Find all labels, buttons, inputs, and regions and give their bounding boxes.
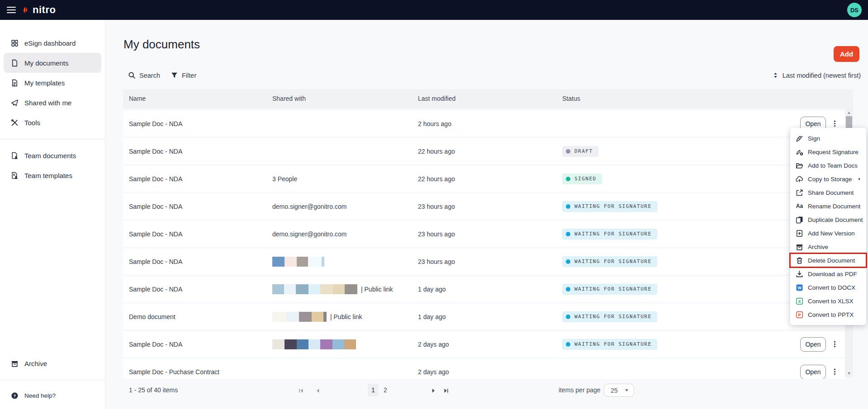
filter-icon [171,71,178,79]
next-page-icon[interactable] [430,387,437,394]
sidebar: eSign dashboardMy documentsMy templatesS… [0,20,105,409]
folder-open-icon [796,162,803,169]
table-row[interactable]: Sample Doc - NDA| Public link1 day agoWA… [123,276,845,302]
svg-text:?: ? [14,393,16,398]
menu-item-share-document[interactable]: Share Document [790,186,866,199]
table-row[interactable]: Sample Doc - NDA3 People22 hours agoSIGN… [123,166,845,192]
sidebar-item-archive[interactable]: Archive [4,353,101,373]
menu-item-label: Convert to XLSX [808,298,854,305]
table-row[interactable]: Sample Doc - Puchase Contract2 days agoO… [123,359,845,379]
filter-control[interactable]: Filter [171,71,196,79]
scroll-up-icon[interactable]: ▲ [845,109,853,116]
page-number-2[interactable]: 2 [380,384,391,396]
menu-item-delete-document[interactable]: Delete Document [790,254,866,267]
sidebar-divider [0,380,105,380]
shared-avatar [272,284,284,294]
sidebar-item-my-templates[interactable]: My templates [4,73,101,93]
menu-item-convert-to-pptx[interactable]: PConvert to PPTX [790,308,866,321]
menu-item-label: Download as PDF [808,271,857,277]
last-modified-cell: 23 hours ago [418,249,455,274]
open-button[interactable]: Open [800,337,826,352]
sidebar-item-label: Team templates [24,172,72,179]
last-modified-cell: 2 hours ago [418,111,451,136]
sidebar-item-label: Tools [24,119,40,127]
menu-item-convert-to-docx[interactable]: WConvert to DOCX [790,281,866,294]
last-modified-cell: 2 days ago [418,359,449,379]
sidebar-item-shared-with-me[interactable]: Shared with me [4,93,101,113]
sign-icon [796,135,803,142]
shared-avatar [333,284,345,294]
help-icon: ? [11,392,19,400]
previous-page-icon[interactable] [314,387,321,394]
status-label: WAITING FOR SIGNATURE [574,341,652,347]
table-row[interactable]: Sample Doc - NDA22 hours agoDRAFT [123,138,845,164]
status-badge: WAITING FOR SIGNATURE [562,339,657,350]
first-page-icon[interactable] [297,387,304,394]
menu-item-add-to-team-docs[interactable]: Add to Team Docs [790,159,866,172]
last-page-icon[interactable] [442,387,450,394]
status-badge: SIGNED [562,174,602,184]
column-header-status: Status [562,95,580,102]
hamburger-menu-icon[interactable] [7,7,16,13]
add-button[interactable]: Add [834,46,859,62]
open-button[interactable]: Open [800,365,826,379]
sidebar-item-need-help[interactable]: ?Need help? [4,386,101,404]
menu-item-archive[interactable]: Archive [790,240,866,254]
shared-avatar [344,339,356,349]
shared-avatar [297,257,308,267]
status-cell: WAITING FOR SIGNATURE [562,221,657,247]
sidebar-item-team-documents[interactable]: Team documents [4,146,101,165]
menu-item-add-new-version[interactable]: Add New Version [790,226,866,240]
table-row[interactable]: Sample Doc - NDA2 hours agoOpen [123,111,845,136]
shared-with-cell: demo.signer@gonitro.com [272,193,346,219]
kebab-menu-icon[interactable] [831,365,838,379]
sort-control[interactable]: Last modified (newest first) [772,71,861,79]
column-header-last-modified: Last modified [418,95,455,102]
table-row[interactable]: Sample Doc - NDAdemo.signer@gonitro.com2… [123,193,845,219]
last-modified-cell: 1 day ago [418,304,446,329]
sidebar-item-esign-dashboard[interactable]: eSign dashboard [4,33,101,53]
status-dot-icon [566,232,570,236]
pagination-bar: 1 - 25 of 40 items 12 items per page 25 [105,380,868,402]
shared-avatar [308,257,322,267]
document-name: Sample Doc - NDA [129,249,182,274]
shared-with-cell [272,331,356,357]
menu-item-convert-to-xlsx[interactable]: XConvert to XLSX [790,294,866,308]
shared-avatar [272,312,286,322]
search-control[interactable]: Search [128,71,160,79]
shared-avatar [284,284,296,294]
user-avatar[interactable]: DS [847,3,862,17]
status-cell: WAITING FOR SIGNATURE [562,331,657,357]
table-row[interactable]: Sample Doc - NDA23 hours agoWAITING FOR … [123,249,845,274]
sidebar-item-tools[interactable]: Tools [4,113,101,132]
items-per-page-select[interactable]: 25 [604,384,634,397]
sidebar-item-team-templates[interactable]: Team templates [4,165,101,185]
last-modified-cell: 23 hours ago [418,193,455,219]
shared-avatar [323,312,327,322]
menu-item-copy-to-storage[interactable]: Copy to Storage [790,172,866,186]
table-row[interactable]: Demo document| Public link1 day agoWAITI… [123,304,845,329]
sidebar-item-my-documents[interactable]: My documents [4,53,101,73]
menu-item-sign[interactable]: Sign [790,132,866,145]
scroll-down-icon[interactable]: ▼ [845,370,853,377]
table-row[interactable]: Sample Doc - NDA2 days agoWAITING FOR SI… [123,331,845,357]
menu-item-rename-document[interactable]: AaRename Document [790,199,866,213]
sidebar-divider [0,139,105,139]
menu-item-label: Rename Document [808,203,860,210]
brand-name: nitro [33,4,56,16]
menu-item-request-signature[interactable]: Request Signature [790,145,866,159]
menu-item-label: Convert to PPTX [808,311,854,318]
kebab-menu-icon[interactable] [831,337,838,352]
status-label: DRAFT [574,148,593,154]
cloud-upload-icon [796,175,803,183]
table-row[interactable]: Sample Doc - NDAdemo.signer@gonitro.com2… [123,221,845,247]
menu-item-duplicate-document[interactable]: Duplicate Document [790,213,866,226]
shared-with-cell: | Public link [272,304,362,329]
svg-text:P: P [798,312,801,317]
nitro-flame-icon [22,6,30,14]
status-label: WAITING FOR SIGNATURE [574,314,652,320]
shared-avatars [272,284,357,294]
shared-avatar [286,312,299,322]
menu-item-download-as-pdf[interactable]: Download as PDF [790,267,866,281]
page-number-1[interactable]: 1 [368,384,379,396]
